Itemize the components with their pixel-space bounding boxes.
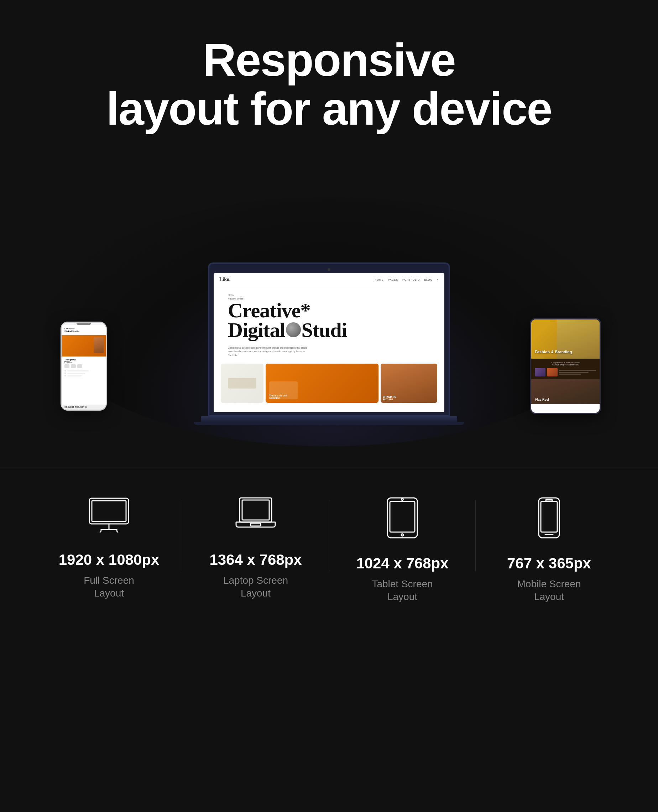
laptop-icon [234, 497, 277, 537]
phone-list-dot-2 [64, 373, 66, 374]
tablet-line-2 [559, 372, 589, 373]
tablet-coop-row [535, 368, 596, 376]
nav-portfolio: PORTFOLIO [403, 279, 420, 281]
site-hero-big: Creative* [228, 301, 430, 320]
tablet-icon [385, 497, 420, 541]
phone-list-dot-3 [64, 375, 66, 376]
glasses-shape [228, 378, 256, 389]
svg-point-9 [401, 534, 403, 536]
spec-resolution-desktop: 1920 x 1080px [59, 551, 160, 568]
site-image-orange: Travaux de dollselection [266, 364, 379, 403]
spec-label-tablet: Tablet Screen Layout [372, 578, 432, 604]
spec-item-laptop: 1364 x 768px Laptop Screen Layout [182, 497, 329, 600]
hero-ball [286, 322, 301, 337]
laptop-body: Liko. HOME PAGES PORTFOLIO BLOG ≡ HelloP… [208, 262, 450, 416]
tablet-screen: Fashion & Branding Cooperation is possib… [531, 320, 600, 413]
phone-bottom-band: COOLEST PROJECT G [62, 404, 106, 409]
phone-section-title: ThoughtfulProce... [64, 359, 103, 363]
tablet-coop-section: Cooperation is possible withinvarious sh… [531, 359, 600, 379]
svg-rect-4 [242, 500, 269, 520]
site-nav-links: HOME PAGES PORTFOLIO BLOG ≡ [375, 279, 439, 281]
spec-label-laptop: Laptop Screen Layout [223, 574, 288, 600]
nav-pages: PAGES [388, 279, 398, 281]
site-logo: Liko. [219, 277, 231, 282]
phone-screen: Creative*Digital Studio ThoughtfulProce.… [62, 325, 106, 411]
site-image-person: BRANDINGFUTURE [381, 364, 437, 403]
phone-list-line-3 [67, 375, 81, 376]
phone-list-line [67, 370, 89, 372]
spec-item-desktop: 1920 x 1080px Full Screen Layout [36, 497, 182, 600]
nav-blog: BLOG [424, 279, 432, 281]
tablet-thumb-2 [547, 368, 558, 376]
phone-icon-2 [71, 364, 76, 368]
tablet-thumb-1 [535, 368, 545, 376]
hero-section: Responsive layout for any device [106, 0, 551, 154]
tablet-body: Fashion & Branding Cooperation is possib… [530, 318, 601, 414]
tablet-play-reel: Play Reel [535, 398, 549, 401]
svg-rect-1 [92, 501, 126, 521]
spec-item-tablet: 1024 x 768px Tablet Screen Layout [329, 497, 476, 604]
phone-icon-3 [77, 364, 82, 368]
hero-title-line1: Responsive [203, 34, 455, 86]
phone-list-dot [64, 370, 66, 372]
tablet-hero-image: Fashion & Branding [531, 320, 600, 359]
svg-rect-0 [89, 498, 128, 524]
phone-hero-image [62, 335, 106, 356]
laptop-base [201, 416, 457, 422]
svg-rect-12 [546, 499, 552, 501]
site-hero-text: HelloPeople! We're Creative* DigitalStud… [214, 286, 444, 343]
site-images-row: Travaux de dollselection BRANDINGFUTURE [214, 360, 444, 406]
svg-rect-7 [390, 502, 415, 532]
site-image-glasses [221, 364, 263, 403]
laptop-device: Liko. HOME PAGES PORTFOLIO BLOG ≡ HelloP… [194, 262, 464, 425]
tablet-line-1 [559, 370, 596, 371]
phone-header-title: Creative*Digital Studio [64, 327, 103, 332]
site-description: Global digital design studio partnering … [214, 343, 327, 360]
nav-home: HOME [375, 279, 384, 281]
tablet-fashion-title: Fashion & Branding [535, 350, 572, 354]
spec-label-mobile: Mobile Screen Layout [517, 578, 581, 604]
spec-resolution-laptop: 1364 x 768px [209, 551, 302, 568]
mobile-icon [537, 497, 561, 541]
phone-body: Creative*Digital Studio ThoughtfulProce.… [61, 321, 107, 411]
laptop-foot [194, 422, 464, 425]
devices-section: Creative*Digital Studio ThoughtfulProce.… [0, 154, 658, 425]
desktop-icon [88, 497, 130, 537]
site-nav: Liko. HOME PAGES PORTFOLIO BLOG ≡ [214, 273, 444, 286]
svg-rect-11 [541, 502, 557, 532]
phone-device: Creative*Digital Studio ThoughtfulProce.… [61, 321, 107, 411]
svg-rect-5 [251, 523, 261, 526]
spec-resolution-tablet: 1024 x 768px [356, 555, 448, 572]
phone-list-item-1 [64, 370, 103, 372]
tablet-line-3 [559, 374, 581, 375]
orange-text: Travaux de dollselection [269, 394, 287, 399]
tablet-bottom-image: Play Reel [531, 379, 600, 404]
person-text: BRANDINGFUTURE [381, 393, 398, 403]
phone-list-item-2 [64, 373, 103, 374]
tablet-coop-text: Cooperation is possible withinvarious sh… [535, 362, 596, 366]
nav-menu: ≡ [437, 279, 439, 281]
phone-secondary-image [94, 337, 103, 353]
phone-icon-row [64, 364, 103, 368]
hero-title-line2: layout for any device [106, 83, 551, 135]
phone-list-line-2 [67, 373, 85, 374]
spec-label-desktop: Full Screen Layout [84, 574, 134, 600]
svg-point-8 [402, 498, 403, 500]
phone-icon-1 [64, 364, 69, 368]
specs-section: 1920 x 1080px Full Screen Layout [0, 475, 658, 632]
site-hero-big2: DigitalStudi [228, 320, 430, 340]
phone-header: Creative*Digital Studio [62, 325, 106, 335]
spec-item-mobile: 767 x 365px Mobile Screen Layout [476, 497, 622, 604]
phone-content: ThoughtfulProce... [62, 356, 106, 379]
page-wrapper: Responsive layout for any device Creativ… [0, 0, 658, 812]
laptop-screen: Liko. HOME PAGES PORTFOLIO BLOG ≡ HelloP… [214, 273, 444, 412]
tablet-device: Fashion & Branding Cooperation is possib… [530, 318, 601, 414]
tablet-coop-lines [559, 370, 596, 375]
phone-list-item-3 [64, 375, 103, 376]
hero-title: Responsive layout for any device [106, 36, 551, 133]
laptop-camera [327, 268, 331, 271]
spec-resolution-mobile: 767 x 365px [507, 555, 591, 572]
